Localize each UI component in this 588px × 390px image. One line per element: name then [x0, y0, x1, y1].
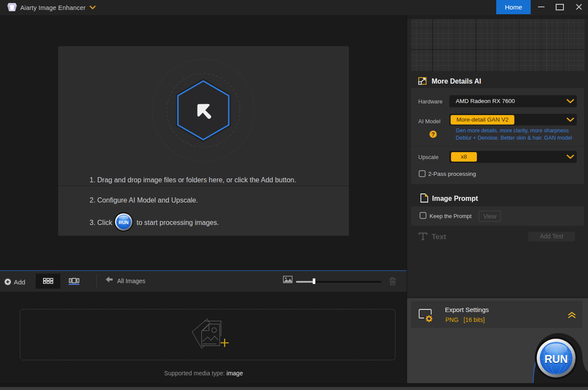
svg-text:RUN: RUN: [119, 220, 129, 225]
svg-text:RUN: RUN: [544, 353, 568, 365]
